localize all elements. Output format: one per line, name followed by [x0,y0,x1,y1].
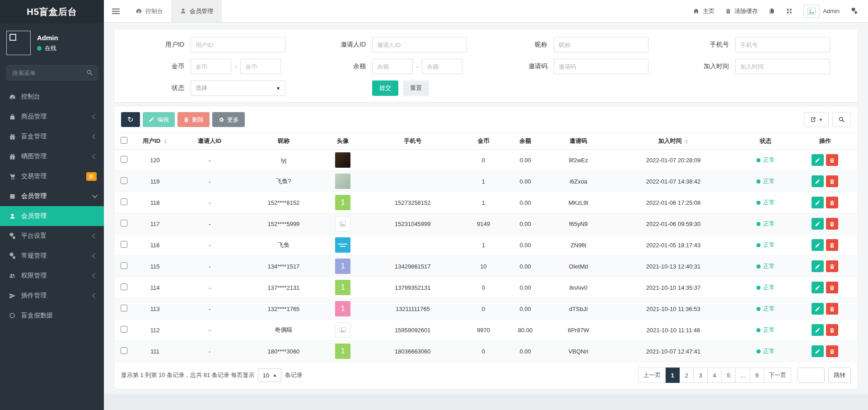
per-page-select[interactable]: 10▲ [258,368,281,382]
edit-button[interactable]: 编辑 [143,112,175,127]
column-header[interactable]: 余额 [502,133,548,150]
row-delete-button[interactable] [826,260,838,272]
column-header[interactable]: 头像 [325,133,361,150]
sidebar-item-general[interactable]: 常规管理 [0,246,104,266]
row-checkbox[interactable] [121,198,127,205]
invite-code-input[interactable] [554,59,649,74]
column-header[interactable]: 用户ID [133,133,177,150]
balance-max-input[interactable] [422,59,462,74]
gold-min-input[interactable] [191,59,231,74]
column-header[interactable]: 邀请码 [548,133,608,150]
sidebar-item-photos[interactable]: 晒图管理 [0,146,104,166]
row-edit-button[interactable] [812,260,824,272]
user-id-input[interactable] [191,37,285,52]
settings-button[interactable] [850,8,858,14]
row-edit-button[interactable] [812,154,824,166]
row-edit-button[interactable] [812,175,824,187]
next-page-button[interactable]: 下一页 [764,368,791,383]
row-delete-button[interactable] [826,218,838,230]
column-header[interactable]: 邀请人ID [177,133,242,150]
page-jump-button[interactable]: 跳转 [828,368,851,383]
page-button-3[interactable]: 3 [694,368,708,383]
row-edit-button[interactable] [812,239,824,251]
admin-menu[interactable]: Admin [803,5,840,18]
refresh-button[interactable]: ↻ [121,112,140,127]
sidebar-item-goods[interactable]: 商品管理 [0,107,104,127]
table-row: 118-152****815211527325815210.00MKzL9t20… [115,192,857,213]
page-button-9[interactable]: 9 [750,368,764,383]
row-checkbox[interactable] [121,326,127,333]
row-edit-button[interactable] [812,303,824,315]
page-button-1[interactable]: 1 [666,368,680,383]
clear-cache-button[interactable]: 清除缓存 [725,7,758,15]
row-checkbox[interactable] [121,241,127,248]
sidebar-item-platform[interactable]: 平台设置 [0,226,104,246]
table-search-button[interactable] [832,112,851,127]
copy-button[interactable] [769,8,775,14]
column-header[interactable]: 手机号 [361,133,465,150]
prev-page-button[interactable]: 上一页 [638,368,666,383]
page-jump-input[interactable] [798,368,825,383]
row-delete-button[interactable] [826,239,838,251]
hamburger-menu-icon[interactable] [104,0,127,22]
tab-member[interactable]: 会员管理 [171,0,222,22]
row-edit-button[interactable] [812,282,824,293]
row-delete-button[interactable] [826,324,838,336]
column-header[interactable]: 操作 [793,133,857,150]
export-button[interactable]: ▼ [804,112,829,127]
row-checkbox[interactable] [121,283,127,290]
row-edit-button[interactable] [812,197,824,208]
select-all-checkbox[interactable] [121,137,127,144]
inviter-id-input[interactable] [372,37,467,52]
page-button-...[interactable]: ... [736,368,750,383]
row-delete-button[interactable] [826,303,838,315]
delete-button[interactable]: 删除 [177,112,210,127]
row-delete-button[interactable] [826,197,838,208]
sidebar-item-plugin[interactable]: 插件管理 [0,286,104,306]
row-checkbox[interactable] [121,262,127,269]
row-checkbox[interactable] [121,305,127,311]
page-button-4[interactable]: 4 [708,368,722,383]
home-button[interactable]: 主页 [693,7,714,15]
row-delete-button[interactable] [826,154,838,166]
phone-input[interactable] [735,37,830,52]
reset-button[interactable]: 重置 [403,80,429,96]
sidebar-item-fake-data[interactable]: 盲盒假数据 [0,306,104,325]
pencil-icon [815,242,821,248]
sidebar-item-console[interactable]: 控制台 [0,87,104,107]
row-checkbox[interactable] [121,177,127,184]
column-header[interactable]: 昵称 [242,133,325,150]
sidebar-item-member-group[interactable]: 会员管理 [0,186,104,206]
row-delete-button[interactable] [826,345,838,357]
more-button[interactable]: 更多 [212,112,245,127]
row-delete-button[interactable] [826,282,838,293]
row-checkbox[interactable] [121,347,127,354]
column-header[interactable]: 金币 [465,133,502,150]
balance-min-input[interactable] [372,59,413,74]
nickname-input[interactable] [554,37,649,52]
cell-gold: 1 [465,192,502,213]
menu-search-input[interactable] [6,65,98,80]
tab-console[interactable]: 控制台 [127,0,171,22]
column-header[interactable]: 加入时间 [608,133,738,150]
join-time-input[interactable] [735,59,830,74]
page-button-2[interactable]: 2 [680,368,694,383]
sidebar-item-auth[interactable]: 权限管理 [0,266,104,286]
row-edit-button[interactable] [812,324,824,336]
cell-balance: 0.00 [502,171,548,192]
page-button-5[interactable]: 5 [722,368,736,383]
row-edit-button[interactable] [812,218,824,230]
submit-button[interactable]: 提交 [372,80,398,96]
status-select[interactable]: 选择▼ [191,80,285,96]
fullscreen-button[interactable] [786,8,793,14]
sidebar-item-blindbox[interactable]: 盲盒管理 [0,127,104,146]
trash-icon [829,349,835,354]
row-checkbox[interactable] [121,156,127,163]
row-checkbox[interactable] [121,220,127,226]
row-delete-button[interactable] [826,175,838,187]
row-edit-button[interactable] [812,345,824,357]
column-header[interactable]: 状态 [738,133,793,150]
gold-max-input[interactable] [240,59,281,74]
sidebar-item-trade[interactable]: 交易管理新 [0,166,104,186]
sidebar-item-member[interactable]: 会员管理 [0,206,104,226]
